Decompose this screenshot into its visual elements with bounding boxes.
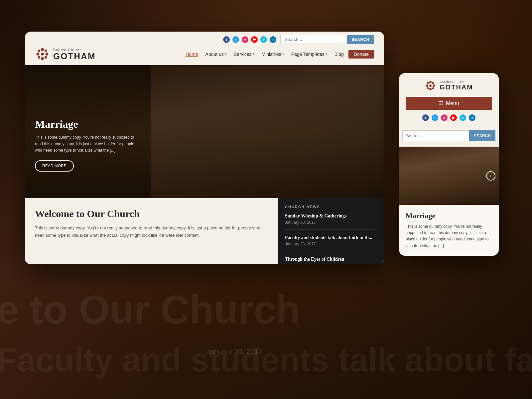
news-item-2-date: January 28, 2017 (285, 242, 377, 246)
mobile-logo-icon (425, 80, 436, 91)
read-more-button[interactable]: READ MORE (35, 160, 74, 172)
mobile-instagram-icon[interactable]: ● (441, 114, 448, 121)
mobile-logo[interactable]: Baptist Church GOTHAM (406, 80, 492, 91)
mobile-youtube-icon[interactable]: ▶ (450, 114, 457, 121)
mobile-content-text: This is some dummy copy. You're not real… (406, 223, 492, 249)
svg-point-3 (37, 53, 40, 56)
mobile-logo-title: GOTHAM (440, 83, 473, 91)
youtube-icon[interactable]: ▶ (251, 36, 258, 43)
linkedin-icon[interactable]: in (270, 36, 276, 43)
svg-point-10 (429, 81, 432, 83)
nav-services[interactable]: Services ▾ (231, 50, 257, 58)
mobile-search-bar: SEARCH (399, 130, 499, 147)
menu-button-label: Menu (446, 100, 459, 106)
content-section: Welcome to Our Church This is some dummy… (25, 198, 384, 264)
svg-point-7 (38, 56, 40, 59)
nav-blog[interactable]: Blog (332, 50, 346, 58)
svg-point-16 (427, 87, 429, 89)
svg-point-5 (38, 50, 40, 52)
header-search-bar: SEARCH (280, 35, 374, 44)
svg-point-13 (433, 84, 435, 87)
mobile-content-card: Marriage This is some dummy copy. You're… (399, 205, 499, 256)
facebook-icon[interactable]: f (223, 36, 230, 43)
nav-home[interactable]: Home (183, 50, 200, 58)
church-news-label: CHURCH NEWS (285, 205, 377, 209)
mobile-search-button[interactable]: SEARCH (469, 130, 495, 141)
news-item-1: Sunday Worship & Gatherings January 30, … (285, 213, 377, 230)
svg-point-0 (41, 53, 44, 56)
logo-title: GOTHAM (53, 52, 96, 61)
nav-ministries-arrow: ▾ (282, 52, 284, 56)
svg-point-11 (429, 88, 432, 90)
nav-page-templates[interactable]: Page Templates ▾ (289, 50, 330, 58)
mobile-hero-section: › (399, 147, 499, 205)
svg-point-12 (426, 84, 428, 87)
twitter-icon[interactable]: t (232, 36, 239, 43)
nav-donate[interactable]: Donate (348, 50, 374, 59)
search-button[interactable]: SEARCH (347, 35, 374, 44)
header-top-bar: f t ● ▶ V in SEARCH (35, 35, 374, 44)
site-logo[interactable]: Baptist Church GOTHAM (35, 47, 96, 62)
mobile-linkedin-icon[interactable]: in (469, 114, 475, 121)
news-item-1-date: January 30, 2017 (285, 220, 377, 225)
social-icons-bar: f t ● ▶ V in (223, 36, 276, 43)
vimeo-icon[interactable]: V (260, 36, 267, 43)
svg-point-2 (41, 57, 44, 60)
mobile-header: Baptist Church GOTHAM ☰ Menu f t ● ▶ V i… (399, 73, 499, 130)
svg-point-9 (429, 84, 432, 87)
search-input[interactable] (280, 35, 347, 44)
news-item-2: Faculty and students talk about faith in… (285, 235, 377, 251)
svg-point-15 (432, 82, 434, 84)
instagram-icon[interactable]: ● (242, 36, 248, 43)
mobile-twitter-icon[interactable]: t (432, 114, 438, 121)
nav-about[interactable]: About us ▾ (203, 50, 229, 58)
news-item-3: Through the Eyes of Children (285, 257, 377, 264)
nav-services-arrow: ▾ (253, 52, 254, 56)
mobile-logo-subtitle: Baptist Church (440, 80, 473, 83)
hamburger-icon: ☰ (439, 100, 443, 106)
bg-large-text-2: Faculty and students talk about faith in… (0, 341, 532, 379)
mobile-hero-next-arrow[interactable]: › (486, 171, 495, 181)
mobile-logo-text: Baptist Church GOTHAM (440, 80, 473, 91)
hero-section: Marriage This is some dummy copy. You're… (25, 65, 384, 198)
news-item-1-title[interactable]: Sunday Worship & Gatherings (285, 213, 377, 219)
mobile-facebook-icon[interactable]: f (422, 114, 429, 121)
header-bottom-bar: Baptist Church GOTHAM Home About us ▾ Se… (35, 47, 374, 62)
mobile-menu-button[interactable]: ☰ Menu (406, 97, 492, 110)
nav-about-arrow: ▾ (225, 52, 226, 56)
logo-icon (35, 47, 50, 62)
svg-point-4 (46, 53, 49, 56)
mobile-content-title: Marriage (406, 211, 492, 220)
logo-text: Baptist Church GOTHAM (53, 48, 96, 61)
news-item-2-title[interactable]: Faculty and students talk about faith in… (285, 235, 377, 240)
welcome-text: This is some dummy copy. You're not real… (35, 224, 268, 239)
main-nav: Home About us ▾ Services ▾ Ministries ▾ … (183, 50, 374, 59)
svg-point-17 (432, 87, 434, 89)
svg-point-1 (41, 48, 44, 51)
welcome-title: Welcome to Our Church (35, 208, 268, 219)
welcome-section: Welcome to Our Church This is some dummy… (25, 198, 278, 264)
svg-point-14 (427, 82, 429, 84)
mobile-browser-window: Baptist Church GOTHAM ☰ Menu f t ● ▶ V i… (399, 73, 499, 256)
mobile-search-input[interactable] (402, 130, 469, 141)
site-header: f t ● ▶ V in SEARCH (25, 32, 384, 65)
news-item-3-title[interactable]: Through the Eyes of Children (285, 257, 377, 262)
bg-news-date: January 30, 2017 (206, 347, 263, 356)
svg-point-8 (45, 56, 47, 59)
mobile-hero-overlay (399, 147, 499, 205)
mobile-vimeo-icon[interactable]: V (460, 114, 466, 121)
main-browser-window: f t ● ▶ V in SEARCH (25, 32, 384, 264)
nav-ministries[interactable]: Ministries ▾ (259, 50, 287, 58)
hero-content: Marriage This is some dummy copy. You're… (35, 118, 141, 172)
svg-point-6 (45, 50, 47, 52)
nav-templates-arrow: ▾ (326, 52, 327, 56)
bg-large-text-1: e to Our Church (0, 287, 300, 332)
hero-title: Marriage (35, 118, 141, 130)
hero-text: This is some dummy copy. You're not real… (35, 134, 141, 154)
church-news-section: CHURCH NEWS Sunday Worship & Gatherings … (278, 198, 384, 264)
mobile-social-icons: f t ● ▶ V in (406, 114, 492, 121)
